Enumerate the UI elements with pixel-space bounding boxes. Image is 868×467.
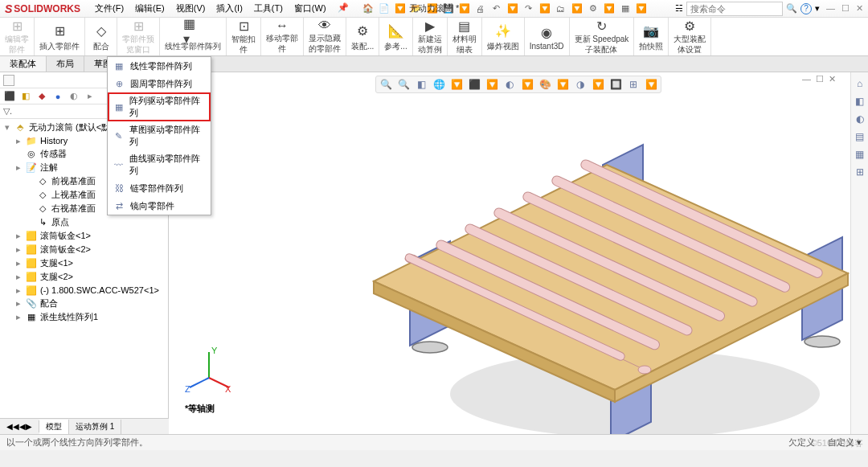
ribbon-cmd-16[interactable]: ⚙大型装配体设置 xyxy=(669,18,711,55)
ribbon-cmd-9[interactable]: 📐参考... xyxy=(379,18,412,55)
tree-node-7[interactable]: ▸🟨滚筒钣金<1> xyxy=(0,229,168,243)
tab-assembly[interactable]: 装配体 xyxy=(0,56,47,72)
taskpane-btn-4[interactable]: ▦ xyxy=(854,148,866,161)
ribbon-cmd-6[interactable]: ↔移动零部件 xyxy=(261,18,304,55)
viewbar-btn-13[interactable]: 🔲 xyxy=(609,78,622,91)
viewbar-btn-5[interactable]: ⬛ xyxy=(468,78,481,91)
viewbar-btn-0[interactable]: 🔍 xyxy=(379,78,392,91)
expand-icon[interactable]: ▸ xyxy=(14,258,23,268)
dropdown-item-2[interactable]: ▦阵列驱动零部件阵列 xyxy=(108,92,211,121)
qat-btn-9[interactable]: 🔽 xyxy=(506,2,519,15)
dropdown-item-3[interactable]: ✎草图驱动零部件阵列 xyxy=(108,121,211,150)
qat-btn-15[interactable]: 🔽 xyxy=(603,2,616,15)
help-dd-icon[interactable]: ▾ xyxy=(815,3,820,14)
tree-node-8[interactable]: ▸🟨滚筒钣金<2> xyxy=(0,243,168,256)
sub-minimize-button[interactable]: — xyxy=(802,74,811,84)
taskpane-btn-0[interactable]: ⌂ xyxy=(854,77,866,90)
viewbar-btn-4[interactable]: 🔽 xyxy=(450,78,463,91)
tree-node-9[interactable]: ▸🟨支腿<1> xyxy=(0,256,168,270)
viewbar-btn-1[interactable]: 🔍 xyxy=(397,78,410,91)
viewbar-btn-8[interactable]: 🔽 xyxy=(521,78,534,91)
menu-edit[interactable]: 编辑(E) xyxy=(130,1,170,16)
qat-btn-0[interactable]: 🏠 xyxy=(362,2,375,15)
qat-btn-13[interactable]: 🔽 xyxy=(571,2,583,15)
qat-btn-10[interactable]: ↷ xyxy=(522,2,535,15)
search-icon[interactable]: 🔍 xyxy=(786,3,797,14)
tree-node-10[interactable]: ▸🟨支腿<2> xyxy=(0,270,168,284)
viewbar-btn-10[interactable]: 🔽 xyxy=(556,78,569,91)
qat-btn-12[interactable]: 🗂 xyxy=(555,2,567,15)
ribbon-cmd-15[interactable]: 📷拍快照 xyxy=(634,18,669,55)
dropdown-item-5[interactable]: ⛓链零部件阵列 xyxy=(108,179,211,197)
panel-btn-1[interactable] xyxy=(3,75,14,86)
expand-icon[interactable]: ▸ xyxy=(14,244,23,255)
expand-icon[interactable]: ▸ xyxy=(14,136,23,146)
tab-layout[interactable]: 布局 xyxy=(47,56,84,72)
ribbon-cmd-13[interactable]: ◉Instant3D xyxy=(525,18,570,55)
viewbar-btn-9[interactable]: 🎨 xyxy=(538,78,551,91)
ribbon-cmd-0[interactable]: ⊞编辑零部件 xyxy=(0,18,35,55)
ribbon-cmd-3[interactable]: ⊞零部件预览窗口 xyxy=(117,18,160,55)
ribbon-cmd-11[interactable]: ▤材料明细表 xyxy=(448,18,482,55)
viewbar-btn-14[interactable]: ⊞ xyxy=(627,78,640,91)
sub-maximize-button[interactable]: ☐ xyxy=(816,74,824,84)
qat-btn-6[interactable]: 🔽 xyxy=(458,2,471,15)
ribbon-cmd-5[interactable]: ⊡智能扣件 xyxy=(227,18,261,55)
viewbar-btn-2[interactable]: ◧ xyxy=(415,78,428,91)
help-icon[interactable]: ? xyxy=(800,3,812,14)
qat-btn-7[interactable]: 🖨 xyxy=(474,2,487,15)
qat-btn-1[interactable]: 📄 xyxy=(378,2,391,15)
qat-btn-16[interactable]: ▦ xyxy=(619,2,632,15)
maximize-button[interactable]: ☐ xyxy=(841,3,850,14)
ribbon-cmd-14[interactable]: ↻更新 Speedpak子装配体 xyxy=(570,18,635,55)
menu-tools[interactable]: 工具(T) xyxy=(249,1,288,16)
tree-node-12[interactable]: ▸📎配合 xyxy=(0,297,168,310)
viewbar-btn-11[interactable]: ◑ xyxy=(574,78,587,91)
close-button[interactable]: ✕ xyxy=(856,3,863,14)
tree-node-13[interactable]: ▸▦派生线性阵列1 xyxy=(0,310,168,324)
panel-tab-0[interactable]: ⬛ xyxy=(3,90,16,103)
expand-icon[interactable]: ▸ xyxy=(14,272,23,282)
panel-tab-4[interactable]: ◐ xyxy=(68,90,80,103)
qat-btn-2[interactable]: 🔽 xyxy=(394,2,407,15)
ribbon-cmd-4[interactable]: ▦ ▾线性零部件阵列 xyxy=(160,18,227,55)
expand-icon[interactable]: ▾ xyxy=(3,122,11,133)
ribbon-cmd-2[interactable]: ◇配合 xyxy=(85,18,117,55)
search-input[interactable] xyxy=(686,2,783,16)
menu-pin-icon[interactable]: 📌 xyxy=(333,1,354,16)
expand-icon[interactable]: ▸ xyxy=(14,231,23,241)
dropdown-item-4[interactable]: 〰曲线驱动零部件阵列 xyxy=(108,150,211,179)
taskpane-btn-2[interactable]: ◐ xyxy=(854,113,866,125)
ribbon-cmd-10[interactable]: ▶新建运动算例 xyxy=(413,18,448,55)
bottom-nav-icons[interactable]: ◀◀◀▶ xyxy=(0,420,39,432)
expand-icon[interactable]: ▸ xyxy=(14,285,23,296)
panel-tab-5[interactable]: ▸ xyxy=(84,90,96,103)
expand-icon[interactable]: ▸ xyxy=(14,312,23,322)
menu-insert[interactable]: 插入(I) xyxy=(211,1,247,16)
graphics-area[interactable]: — ☐ ✕ 🔍🔍◧🌐🔽⬛🔽◐🔽🎨🔽◑🔽🔲⊞🔽 xyxy=(169,72,868,434)
view-triad[interactable]: Y X Z xyxy=(185,346,233,394)
viewbar-btn-6[interactable]: 🔽 xyxy=(485,78,498,91)
minimize-button[interactable]: — xyxy=(826,3,835,14)
search-flag-icon[interactable]: ☵ xyxy=(675,3,683,14)
dropdown-item-6[interactable]: ⇄镜向零部件 xyxy=(108,197,211,215)
ribbon-cmd-7[interactable]: 👁显示隐藏的零部件 xyxy=(304,18,346,55)
viewbar-btn-15[interactable]: 🔽 xyxy=(645,78,657,91)
qat-btn-11[interactable]: 🔽 xyxy=(538,2,551,15)
expand-icon[interactable]: ▸ xyxy=(14,162,23,173)
panel-tab-2[interactable]: ◆ xyxy=(35,90,48,103)
ribbon-cmd-12[interactable]: ✨爆炸视图 xyxy=(482,18,525,55)
taskpane-btn-5[interactable]: ⊞ xyxy=(854,166,866,178)
menu-file[interactable]: 文件(F) xyxy=(90,1,129,16)
dropdown-item-0[interactable]: ▦线性零部件阵列 xyxy=(108,57,211,75)
menu-view[interactable]: 视图(V) xyxy=(171,1,211,16)
tree-node-6[interactable]: ↳原点 xyxy=(0,215,168,229)
viewbar-btn-3[interactable]: 🌐 xyxy=(432,78,445,91)
viewbar-btn-12[interactable]: 🔽 xyxy=(592,78,604,91)
ribbon-cmd-1[interactable]: ⊞插入零部件 xyxy=(35,18,85,55)
bottom-tab-motion[interactable]: 运动算例 1 xyxy=(69,420,121,434)
taskpane-btn-3[interactable]: ▤ xyxy=(854,130,866,143)
bottom-tab-model[interactable]: 模型 xyxy=(39,420,69,434)
panel-tab-1[interactable]: ◧ xyxy=(19,90,32,103)
qat-btn-14[interactable]: ⚙ xyxy=(587,2,600,15)
